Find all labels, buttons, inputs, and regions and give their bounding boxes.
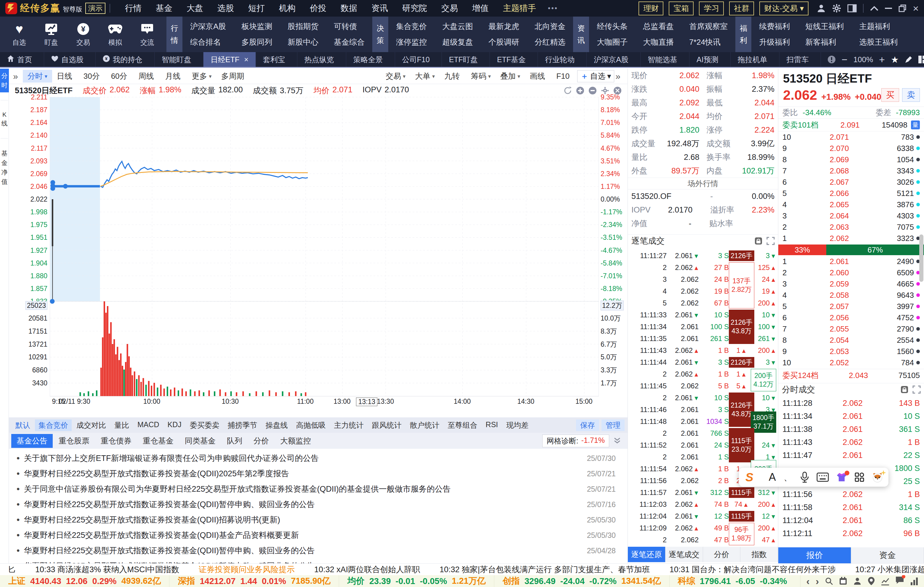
menu-item[interactable]: 资讯	[364, 3, 395, 14]
toolbar-link[interactable]: 基金综合	[334, 37, 365, 47]
period-button[interactable]: 月线	[160, 70, 187, 82]
fund-info-tab[interactable]: 队列	[221, 434, 248, 448]
toolbar-link[interactable]: 涨停监控	[396, 37, 427, 47]
menu-item[interactable]: 基金	[148, 3, 180, 14]
search-icon[interactable]	[825, 577, 833, 585]
restore-window-icon[interactable]	[899, 5, 906, 12]
toolbar-link[interactable]: 个股调研	[488, 37, 519, 47]
index-quote[interactable]: 上证 4140.43 12.06 0.29% 4939.62亿	[0, 575, 169, 587]
user-icon[interactable]	[817, 4, 826, 13]
news-item[interactable]: 10:33 商汤涨超3% 获纳入MSCI中国指数	[35, 564, 179, 575]
layout-panel-icon[interactable]	[848, 4, 856, 13]
toolbar-link[interactable]: 分红精选	[535, 37, 565, 47]
indicator-tab[interactable]: MACD	[134, 419, 163, 431]
fund-info-tab[interactable]: 重仓基金	[137, 434, 179, 448]
toolbar-link[interactable]: 7*24快讯	[689, 37, 728, 47]
expand-icon[interactable]	[767, 237, 774, 245]
indicator-tab[interactable]: 高抛低吸	[293, 419, 329, 431]
document-tab[interactable]: 智能选基	[640, 52, 690, 67]
index-quote[interactable]: 均价 23.39 -0.01 -0.05% 1.21万亿	[339, 575, 494, 587]
chart-tool-button[interactable]: 画线	[525, 70, 551, 82]
document-tab[interactable]: 公司F10	[395, 52, 442, 67]
document-tab[interactable]: 行业轮动	[538, 52, 587, 67]
expand-icon[interactable]	[913, 386, 921, 393]
news-ticker[interactable]: 匕10:33 商汤涨超3% 获纳入MSCI中国指数证券投资顾问业务风险提示10:…	[0, 563, 924, 575]
document-tab[interactable]: ETF盯盘	[442, 52, 490, 67]
chevrons-left-icon[interactable]: »	[13, 71, 18, 81]
indicator-tab[interactable]: 委买委卖	[186, 419, 223, 431]
index-quote[interactable]: 深指 14212.07 1.44 0.01% 7185.90亿	[169, 575, 339, 587]
favorite-star-icon[interactable]: ★	[891, 54, 899, 65]
ask-levels[interactable]: 102.071 783 92.070 6338 82.069 1054	[778, 132, 924, 244]
index-quote[interactable]: 创指 3296.49 -24.04 -0.72% 1341.54亿	[494, 575, 670, 587]
toolbar-group-tab[interactable]: 行情	[167, 16, 182, 52]
fund-info-tab[interactable]: 基金公告	[11, 434, 53, 448]
tape-tab[interactable]: 指数	[740, 547, 778, 562]
lock-icon[interactable]	[754, 237, 762, 245]
document-tab[interactable]: 热点纵览	[297, 52, 346, 67]
menu-item[interactable]: 行情	[118, 3, 148, 14]
zoom-in-circle-icon[interactable]	[576, 86, 584, 95]
indicator-tab[interactable]: 主力统计	[330, 419, 367, 431]
indicator-tab[interactable]: 散户统计	[406, 419, 443, 431]
toolbar-link[interactable]: 主题福利	[859, 21, 898, 32]
toolbar-link[interactable]: 选股王福利	[859, 37, 898, 47]
announcement-row[interactable]: • 华夏野村日经225交易型开放式指数证券投资基金(QDII)2025年第2季度…	[9, 466, 627, 481]
indicator-tab[interactable]: 集合竞价	[35, 419, 72, 431]
chart-plot-area[interactable]	[50, 97, 599, 407]
period-button[interactable]: 60分	[106, 70, 134, 82]
save-indicator-button[interactable]: 保存	[576, 419, 599, 431]
manage-indicator-button[interactable]: 管理	[602, 419, 625, 431]
fund-info-tab[interactable]: 分价	[248, 434, 274, 448]
news-item[interactable]: 匕	[8, 564, 16, 575]
document-tab[interactable]: 策略全景	[346, 52, 395, 67]
quick-tool-button[interactable]: 盯盘	[41, 22, 62, 47]
tape-tab[interactable]: 分价	[703, 547, 741, 562]
quick-tool-button[interactable]: 模拟	[105, 22, 125, 47]
signal-bars-icon[interactable]	[910, 577, 918, 585]
toolbar-link[interactable]: 总监看盘	[643, 21, 674, 32]
fund-info-tab[interactable]: 同类基金	[180, 434, 221, 448]
chart-tool-button[interactable]: 叠加▾	[495, 70, 525, 82]
menu-item[interactable]: 数据	[333, 3, 364, 14]
indicator-tab[interactable]: 现均差	[503, 419, 532, 431]
toolbar-link[interactable]: 经传头条	[597, 21, 627, 32]
document-tab[interactable]: 套利宝	[256, 52, 297, 67]
toolbar-link[interactable]: 升级福利	[759, 37, 790, 47]
period-button[interactable]: 更多▾	[187, 70, 216, 82]
menu-item[interactable]: 价投	[303, 3, 333, 14]
toolbar-link[interactable]: 综合排名	[190, 37, 226, 47]
period-button[interactable]: 30分	[79, 70, 106, 82]
ime-punctuation-icon[interactable]: 、	[784, 471, 792, 483]
period-button[interactable]: 周线	[134, 70, 160, 82]
period-button[interactable]: 分时▾	[23, 70, 52, 82]
document-tab[interactable]: AI预测	[690, 52, 731, 67]
announcement-row[interactable]: • 关于旗下部分上交所ETF新增瑞银证券有限责任公司为申购赎回代办证券公司的公告…	[9, 450, 627, 466]
broker-trade-button[interactable]: 财达-交易▾	[759, 2, 808, 15]
person-icon[interactable]	[853, 577, 861, 585]
zoom-in-button[interactable]: +	[879, 54, 885, 66]
chart-tool-button[interactable]: 筹码▾	[466, 70, 495, 82]
menu-item[interactable]: 机构	[272, 3, 303, 14]
toolbar-group-tab[interactable]: 决策	[372, 16, 388, 52]
toolbar-link[interactable]: 板块监测	[241, 21, 272, 32]
edit-pen-icon[interactable]	[905, 56, 912, 63]
toolbar-link[interactable]: 续费福利	[759, 21, 790, 32]
intraday-chart[interactable]: 2.2112.1872.1642.1402.1172.0932.0692.046…	[9, 97, 627, 407]
quick-tool-button[interactable]: ♥ 自选	[9, 22, 30, 47]
document-tab[interactable]: 智能盯盘	[155, 52, 203, 67]
menu-item[interactable]: 交易	[434, 3, 465, 14]
announcement-row[interactable]: • 关于同意中信证券股份有限公司为华夏野村日经225交易型开放式指数证券投资基金…	[9, 481, 627, 497]
sidebar-item-2[interactable]: K线	[0, 108, 9, 130]
quick-tool-button[interactable]: ¥ 交易	[73, 22, 94, 47]
tape-rows[interactable]: 11:11:27 2.061▼ 3 S 3▼ 2 2.062▲ 27 B 125…	[628, 250, 778, 546]
chevrons-right-icon[interactable]: »	[615, 71, 620, 81]
top-right-button[interactable]: 宝箱	[669, 2, 694, 15]
prev-page-icon[interactable]: ‹	[807, 575, 810, 587]
zoom-out-circle-icon[interactable]	[589, 86, 597, 95]
period-button[interactable]: 日线	[52, 70, 79, 82]
document-tab[interactable]: 自选股	[44, 52, 96, 67]
refresh-icon[interactable]	[564, 86, 572, 95]
toolbar-link[interactable]: 多股同列	[241, 37, 272, 47]
sogou-logo-icon[interactable]: S	[746, 471, 753, 484]
